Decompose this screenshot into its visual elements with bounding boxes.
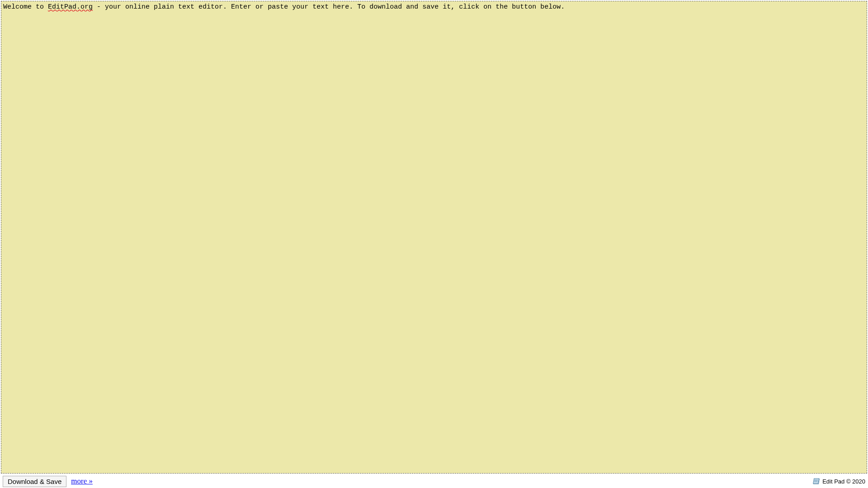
footer-copyright: Edit Pad © 2020: [822, 478, 865, 485]
text-editor-area[interactable]: Welcome to EditPad.org - your online pla…: [1, 1, 867, 474]
editor-content: Welcome to EditPad.org - your online pla…: [3, 3, 565, 11]
more-link[interactable]: more »: [71, 477, 93, 486]
toolbar-right: Edit Pad © 2020: [812, 478, 865, 485]
editor-text-suffix: - your online plain text editor. Enter o…: [93, 3, 565, 11]
editor-text-spellchecked: EditPad.org: [48, 3, 93, 11]
notepad-icon: [812, 478, 821, 485]
download-save-button[interactable]: Download & Save: [3, 476, 66, 487]
toolbar-left: Download & Save more »: [3, 476, 93, 487]
editor-text-prefix: Welcome to: [3, 3, 48, 11]
bottom-toolbar: Download & Save more » Edit Pad © 2020: [0, 474, 868, 488]
svg-rect-1: [813, 479, 819, 483]
